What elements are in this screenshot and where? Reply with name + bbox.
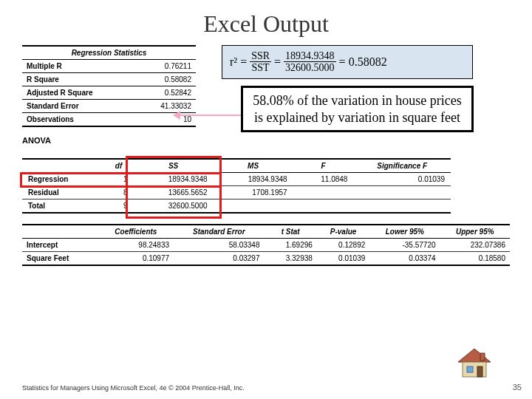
reg-stat-val: 0.76211 <box>136 60 196 73</box>
coef-cell: 3.32938 <box>264 252 316 266</box>
r-squared-formula: r² = SSR SST = 18934.9348 32600.5000 = 0… <box>222 45 473 79</box>
coef-hdr: P-value <box>317 225 369 239</box>
table-row: Total 9 32600.5000 <box>22 200 451 214</box>
anova-cell <box>353 200 451 214</box>
coef-hdr: Lower 95% <box>369 225 440 239</box>
anova-cell: 32600.5000 <box>134 200 214 214</box>
anova-hdr: MS <box>214 159 293 173</box>
anova-cell: 1 <box>104 173 134 186</box>
reg-stat-label: Multiple R <box>22 60 136 73</box>
anova-cell <box>293 186 354 200</box>
coef-cell: 98.24833 <box>98 239 174 252</box>
fraction-values: 18934.9348 32600.5000 <box>284 50 336 74</box>
coef-cell: 232.07386 <box>440 239 510 252</box>
anova-hdr <box>22 159 104 173</box>
page-title: Excel Output <box>0 0 532 45</box>
anova-cell: 1708.1957 <box>214 186 293 200</box>
fraction-ssr-sst: SSR SST <box>250 50 271 74</box>
anova-cell: 13665.5652 <box>134 186 214 200</box>
footer-text: Statistics for Managers Using Microsoft … <box>22 384 245 392</box>
coef-cell: 0.18580 <box>440 252 510 266</box>
anova-cell: 18934.9348 <box>214 173 293 186</box>
reg-stat-label: Observations <box>22 113 136 127</box>
callout-arrow-icon <box>179 115 242 116</box>
reg-stat-val: 0.58082 <box>136 73 196 86</box>
anova-cell: 9 <box>104 200 134 214</box>
anova-hdr: F <box>293 159 354 173</box>
reg-stats-header: Regression Statistics <box>22 46 196 60</box>
anova-cell <box>353 186 451 200</box>
equals-icon: = <box>240 55 247 69</box>
coef-hdr: Standard Error <box>174 225 264 239</box>
reg-stat-label: Adjusted R Square <box>22 86 136 100</box>
interpretation-callout: 58.08% of the variation in house prices … <box>241 86 474 132</box>
page-number: 35 <box>513 383 522 392</box>
anova-cell: 11.0848 <box>293 173 354 186</box>
formula-result: 0.58082 <box>349 55 387 69</box>
regression-stats-table: Regression Statistics Multiple R0.76211 … <box>22 45 196 127</box>
svg-rect-4 <box>477 366 482 377</box>
coef-cell: 0.10977 <box>98 252 174 266</box>
frac-den: SST <box>250 62 271 73</box>
anova-table: df SS MS F Significance F Regression 1 1… <box>22 158 451 214</box>
table-row: Intercept 98.24833 58.03348 1.69296 0.12… <box>22 239 510 252</box>
coef-hdr <box>22 225 98 239</box>
formula-lhs: r² <box>230 55 237 69</box>
equals-icon: = <box>274 55 281 69</box>
reg-stat-val: 0.52842 <box>136 86 196 100</box>
svg-rect-2 <box>480 353 485 361</box>
reg-stat-label: R Square <box>22 73 136 86</box>
svg-rect-3 <box>467 366 473 372</box>
table-row: Square Feet 0.10977 0.03297 3.32938 0.01… <box>22 252 510 266</box>
coef-cell: 0.12892 <box>317 239 369 252</box>
coef-cell: 0.03374 <box>369 252 440 266</box>
coef-cell: 58.03348 <box>174 239 264 252</box>
anova-cell: 18934.9348 <box>134 173 214 186</box>
anova-hdr: Significance F <box>353 159 451 173</box>
frac-num: 18934.9348 <box>284 50 336 62</box>
anova-cell: Regression <box>22 173 104 186</box>
coef-cell: 1.69296 <box>264 239 316 252</box>
coef-hdr: Upper 95% <box>440 225 510 239</box>
content-area: Regression Statistics Multiple R0.76211 … <box>0 45 532 266</box>
coef-cell: -35.57720 <box>369 239 440 252</box>
anova-cell: 8 <box>104 186 134 200</box>
coef-hdr: t Stat <box>264 225 316 239</box>
coefficients-table: Coefficients Standard Error t Stat P-val… <box>22 224 510 266</box>
coef-hdr: Coefficients <box>98 225 174 239</box>
table-row: Residual 8 13665.5652 1708.1957 <box>22 186 451 200</box>
anova-cell <box>293 200 354 214</box>
anova-cell <box>214 200 293 214</box>
anova-cell: Total <box>22 200 104 214</box>
coef-cell: 0.01039 <box>317 252 369 266</box>
table-row: Regression 1 18934.9348 18934.9348 11.08… <box>22 173 451 186</box>
equals-icon: = <box>339 55 346 69</box>
anova-title: ANOVA <box>22 136 510 145</box>
coef-cell: Intercept <box>22 239 98 252</box>
anova-cell: 0.01039 <box>353 173 451 186</box>
reg-stat-val: 41.33032 <box>136 100 196 113</box>
anova-hdr: df <box>104 159 134 173</box>
reg-stat-label: Standard Error <box>22 100 136 113</box>
anova-hdr: SS <box>134 159 214 173</box>
anova-cell: Residual <box>22 186 104 200</box>
coef-cell: Square Feet <box>22 252 98 266</box>
svg-marker-0 <box>458 349 491 362</box>
frac-num: SSR <box>250 50 271 62</box>
frac-den: 32600.5000 <box>284 62 336 73</box>
house-icon <box>452 344 497 380</box>
coef-cell: 0.03297 <box>174 252 264 266</box>
